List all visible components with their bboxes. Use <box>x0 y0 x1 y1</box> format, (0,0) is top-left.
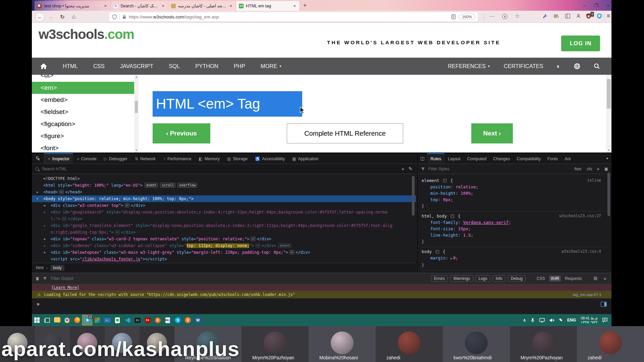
search-html-input[interactable] <box>41 166 397 172</box>
notification-icon[interactable] <box>602 318 607 322</box>
rules-tab-changes[interactable]: Changes <box>490 153 513 164</box>
taskbar-icon-cmd[interactable]: C:\ <box>133 315 142 325</box>
pocket-icon[interactable]: ∨ <box>502 14 507 19</box>
taskbar-icon-xampp[interactable]: X <box>183 315 193 325</box>
nav-item-references[interactable]: REFERENCES▼ <box>448 63 490 69</box>
page-scrollbar[interactable]: ▲ ▼ <box>606 72 611 153</box>
speaker-muted-icon[interactable] <box>549 318 554 322</box>
sidebar-item[interactable]: <font> <box>32 142 134 153</box>
nav-item-more[interactable]: MORE▼ <box>261 63 282 69</box>
expander-icon[interactable]: ▶ <box>44 236 46 242</box>
console-filter-debug[interactable]: Debug <box>508 275 526 282</box>
sidebar-item[interactable]: <figure> <box>32 130 134 142</box>
browser-tab[interactable]: test shop • مديريت محتوا× <box>35 1 110 11</box>
tray-chevron-icon[interactable]: ∧ <box>523 318 526 322</box>
console-settings-gear-icon[interactable]: ⚙ <box>592 275 599 282</box>
browser-tab[interactable]: GSearch - تجارت الكترونيک كاشان× <box>111 1 168 11</box>
console-filter-xhr[interactable]: XHR <box>549 276 561 282</box>
taskbar-icon-screenshot-tool[interactable] <box>93 315 102 325</box>
nav-item-sql[interactable]: SQL <box>169 63 180 69</box>
taskbar-icon-skype[interactable]: S <box>173 315 182 325</box>
hover-pseudo-button[interactable]: :hov <box>574 167 581 171</box>
login-button[interactable]: LOG IN <box>561 36 600 51</box>
scroll-down-arrow[interactable]: ▼ <box>606 149 611 152</box>
back-button[interactable]: ← <box>35 12 45 22</box>
filter-styles-input[interactable] <box>428 166 571 172</box>
devtools-tab-application[interactable]: ▦Application <box>288 153 322 164</box>
trash-icon[interactable] <box>35 276 40 281</box>
learn-more-link[interactable]: [Learn More] <box>51 285 79 290</box>
markup-scrollbar[interactable] <box>412 175 415 261</box>
sidebar-item[interactable]: <em> <box>32 82 134 94</box>
console-filter-info[interactable]: Info <box>493 275 505 282</box>
markup-line[interactable]: <script src="/lib/w3schools_footer.js"><… <box>32 256 416 262</box>
tab-close-icon[interactable]: × <box>292 3 297 8</box>
sidebar-item[interactable]: <embed> <box>32 94 134 106</box>
expander-icon[interactable]: ▶ <box>37 189 38 195</box>
scroll-thumb[interactable] <box>135 101 138 113</box>
rules-tab-compatibility[interactable]: Compatibility <box>514 153 544 164</box>
sidebar-scrollbar[interactable]: ▲ ▼ <box>134 75 139 153</box>
markup-line[interactable]: ▶<div id="belowtopnav" class="w3-main w3… <box>32 249 416 256</box>
tracking-shield-icon[interactable] <box>112 14 117 19</box>
markup-line[interactable]: ▶<div class="w3-container top">⋯</div> <box>32 202 416 209</box>
browser-tab[interactable]: صفحه اصلی - كاشان مدرسه× <box>168 1 235 11</box>
taskbar-icon-calculator[interactable] <box>163 315 172 325</box>
devtools-tab-debugger[interactable]: ▷Debugger <box>100 153 131 164</box>
padlock-icon[interactable] <box>122 14 126 19</box>
expander-icon[interactable]: ▶ <box>44 222 46 229</box>
chevron-down-icon[interactable]: ▼ <box>606 153 611 164</box>
stylesheet-source-link[interactable]: w3schools23.css:4 <box>561 248 601 255</box>
taskbar-icon-telegram[interactable]: 43 <box>83 315 92 325</box>
expander-icon[interactable]: ▼ <box>37 195 38 202</box>
markup-line[interactable]: ▼<body style="position: relative; min-he… <box>32 195 416 202</box>
expander-icon[interactable]: ▶ <box>44 202 46 209</box>
taskbar-icon-d-app[interactable]: D <box>153 315 162 325</box>
collapsed-ellipsis[interactable]: ⋯ <box>256 243 260 248</box>
language-indicator[interactable]: ENG <box>567 318 576 322</box>
translate-globe-icon[interactable] <box>574 63 580 69</box>
console-filter-logs[interactable]: Logs <box>476 275 490 282</box>
theme-toggle-icon[interactable]: ◐ <box>557 63 560 70</box>
taskbar-icon-firefox[interactable] <box>72 315 82 325</box>
collapsed-ellipsis[interactable]: ⋯ <box>125 203 129 207</box>
console-filter-errors[interactable]: Errors <box>431 275 448 282</box>
nav-item-certificates[interactable]: CERTIFICATES <box>504 63 543 69</box>
collapsed-ellipsis[interactable]: ⋯ <box>251 237 255 241</box>
expander-icon[interactable]: ▶ <box>44 249 46 256</box>
overflow-menu-icon[interactable]: ⋯ <box>489 13 494 19</box>
complete-reference-button[interactable]: Complete HTML Reference <box>287 123 403 143</box>
minimize-button[interactable]: – <box>583 3 586 8</box>
nav-item-css[interactable]: CSS <box>93 63 105 69</box>
collapsed-ellipsis[interactable]: ⋯ <box>289 250 294 254</box>
nav-home-icon[interactable] <box>40 63 47 69</box>
scroll-up-arrow[interactable]: ▲ <box>134 75 139 78</box>
dock-sidebar-icon[interactable]: ◫ <box>418 153 427 164</box>
pen-icon[interactable]: ✎ <box>559 318 562 322</box>
eyedropper-icon[interactable]: ✎ <box>408 166 413 172</box>
taskbar-icon-file-explorer[interactable] <box>52 315 62 325</box>
markup-line[interactable]: ▶<div id="google_translate_element" styl… <box>32 222 416 236</box>
rules-tab-computed[interactable]: Computed <box>464 153 490 164</box>
clock[interactable]: 09:41 ق.ظ۱۳۹۹/۰۹/۲۲ <box>581 316 598 324</box>
scroll-down-arrow[interactable]: ▼ <box>134 149 139 152</box>
reload-button[interactable]: ↻ <box>58 12 67 21</box>
account-icon[interactable] <box>576 13 581 18</box>
home-button[interactable]: ⌂ <box>69 12 78 21</box>
reader-mode-icon[interactable] <box>451 14 455 19</box>
microphone-icon[interactable] <box>531 318 535 323</box>
previous-button[interactable]: ‹ Previous <box>153 123 210 143</box>
search-icon[interactable] <box>594 63 600 69</box>
devtools-tab-memory[interactable]: ◧Memory <box>195 153 224 164</box>
nav-item-python[interactable]: PYTHON <box>195 63 218 69</box>
library-icon[interactable] <box>554 14 559 18</box>
class-pseudo-button[interactable]: .cls <box>586 167 592 171</box>
tab-close-icon[interactable]: × <box>103 3 107 8</box>
markup-line[interactable]: ▶<head>⋯</head> <box>32 189 416 195</box>
markup-line[interactable]: ▶<div id="googleSearch" style="display:n… <box>32 209 416 222</box>
markup-line[interactable]: ▶<div id="topnav" class="w3-card-2 topna… <box>32 236 416 242</box>
devtools-tab-network[interactable]: ⇅Network <box>131 153 159 164</box>
breadcrumb-body[interactable]: body <box>50 265 64 271</box>
display-icon[interactable] <box>539 318 545 322</box>
security-shield-icon[interactable] <box>597 13 602 19</box>
